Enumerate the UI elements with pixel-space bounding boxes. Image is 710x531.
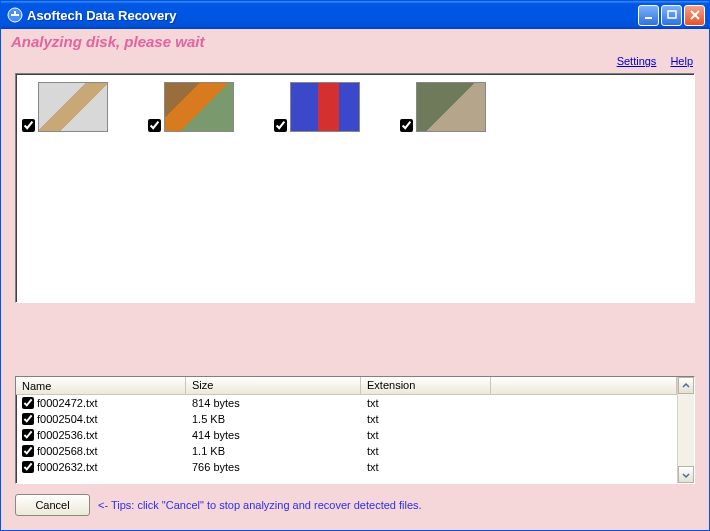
column-header-blank[interactable]	[491, 377, 677, 394]
thumbnail-item	[22, 82, 108, 132]
table-row[interactable]: f0002472.txt814 bytestxt	[16, 395, 677, 411]
close-button[interactable]	[684, 5, 705, 26]
file-name: f0002504.txt	[37, 413, 98, 425]
thumbnail-checkbox[interactable]	[148, 119, 161, 132]
scroll-down-button[interactable]	[678, 466, 694, 483]
file-size: 414 bytes	[186, 429, 361, 441]
table-row[interactable]: f0002568.txt1.1 KBtxt	[16, 443, 677, 459]
tips-text: <- Tips: click "Cancel" to stop analyzin…	[98, 499, 422, 511]
minimize-button[interactable]	[638, 5, 659, 26]
file-name: f0002632.txt	[37, 461, 98, 473]
scroll-up-button[interactable]	[678, 377, 694, 394]
file-extension: txt	[361, 445, 491, 457]
scroll-track[interactable]	[678, 394, 694, 466]
file-size: 1.5 KB	[186, 413, 361, 425]
cancel-button[interactable]: Cancel	[15, 494, 90, 516]
minimize-icon	[643, 9, 655, 21]
app-window: Asoftech Data Recovery Analyzing disk, p…	[0, 0, 710, 531]
thumbnail-image[interactable]	[164, 82, 234, 132]
app-icon	[7, 7, 23, 23]
window-title: Asoftech Data Recovery	[27, 8, 638, 23]
header-links: Settings Help	[1, 53, 709, 71]
table-row[interactable]: f0002504.txt1.5 KBtxt	[16, 411, 677, 427]
row-checkbox[interactable]	[22, 445, 34, 457]
file-size: 766 bytes	[186, 461, 361, 473]
vertical-scrollbar[interactable]	[677, 377, 694, 483]
status-text: Analyzing disk, please wait	[1, 29, 709, 53]
thumbnail-checkbox[interactable]	[22, 119, 35, 132]
table-row[interactable]: f0002632.txt766 bytestxt	[16, 459, 677, 475]
thumbnail-image[interactable]	[290, 82, 360, 132]
file-extension: txt	[361, 461, 491, 473]
file-extension: txt	[361, 413, 491, 425]
column-header-extension[interactable]: Extension	[361, 377, 491, 394]
file-table: Name Size Extension f0002472.txt814 byte…	[16, 377, 677, 483]
file-table-panel: Name Size Extension f0002472.txt814 byte…	[15, 376, 695, 484]
table-header: Name Size Extension	[16, 377, 677, 395]
table-row[interactable]: f0002536.txt414 bytestxt	[16, 427, 677, 443]
chevron-up-icon	[682, 382, 690, 390]
maximize-icon	[666, 9, 678, 21]
file-name: f0002472.txt	[37, 397, 98, 409]
file-size: 1.1 KB	[186, 445, 361, 457]
column-header-name[interactable]: Name	[16, 377, 186, 394]
bottom-bar: Cancel <- Tips: click "Cancel" to stop a…	[1, 490, 709, 530]
thumbnail-image[interactable]	[416, 82, 486, 132]
thumbnail-item	[400, 82, 486, 132]
chevron-down-icon	[682, 471, 690, 479]
file-extension: txt	[361, 429, 491, 441]
row-checkbox[interactable]	[22, 429, 34, 441]
svg-rect-3	[645, 17, 652, 19]
file-extension: txt	[361, 397, 491, 409]
svg-rect-4	[668, 11, 676, 18]
close-icon	[689, 9, 701, 21]
file-size: 814 bytes	[186, 397, 361, 409]
svg-rect-2	[11, 14, 19, 16]
window-buttons	[638, 5, 705, 26]
thumbnail-checkbox[interactable]	[274, 119, 287, 132]
row-checkbox[interactable]	[22, 461, 34, 473]
maximize-button[interactable]	[661, 5, 682, 26]
thumbnail-item	[148, 82, 234, 132]
thumbnail-image[interactable]	[38, 82, 108, 132]
column-header-size[interactable]: Size	[186, 377, 361, 394]
thumbnail-panel	[15, 73, 695, 303]
file-name: f0002568.txt	[37, 445, 98, 457]
settings-link[interactable]: Settings	[617, 55, 657, 67]
thumbnail-item	[274, 82, 360, 132]
row-checkbox[interactable]	[22, 413, 34, 425]
file-name: f0002536.txt	[37, 429, 98, 441]
titlebar: Asoftech Data Recovery	[1, 1, 709, 29]
thumbnail-checkbox[interactable]	[400, 119, 413, 132]
help-link[interactable]: Help	[670, 55, 693, 67]
row-checkbox[interactable]	[22, 397, 34, 409]
